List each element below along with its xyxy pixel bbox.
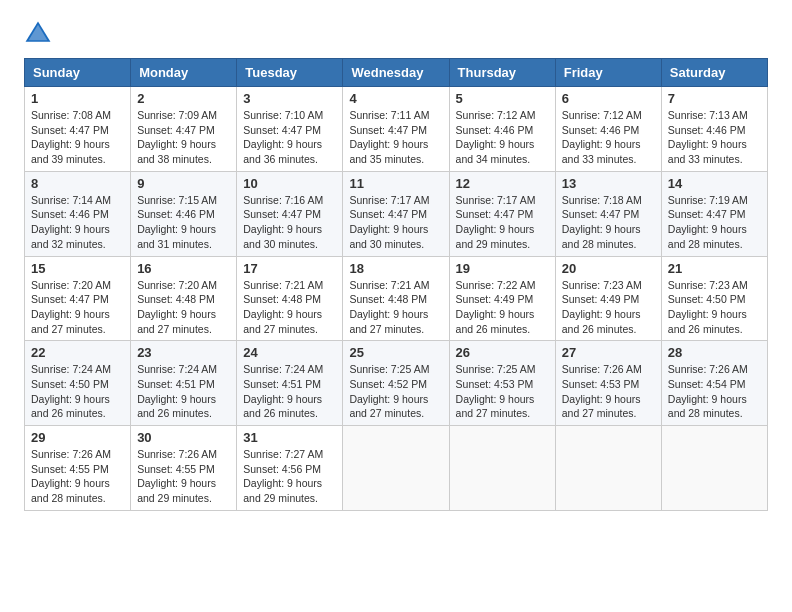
- calendar-day-cell: 19Sunrise: 7:22 AM Sunset: 4:49 PM Dayli…: [449, 256, 555, 341]
- day-info: Sunrise: 7:15 AM Sunset: 4:46 PM Dayligh…: [137, 193, 230, 252]
- calendar-day-cell: 26Sunrise: 7:25 AM Sunset: 4:53 PM Dayli…: [449, 341, 555, 426]
- day-info: Sunrise: 7:21 AM Sunset: 4:48 PM Dayligh…: [243, 278, 336, 337]
- day-info: Sunrise: 7:10 AM Sunset: 4:47 PM Dayligh…: [243, 108, 336, 167]
- day-info: Sunrise: 7:26 AM Sunset: 4:54 PM Dayligh…: [668, 362, 761, 421]
- weekday-header-sunday: Sunday: [25, 59, 131, 87]
- day-number: 4: [349, 91, 442, 106]
- day-info: Sunrise: 7:23 AM Sunset: 4:49 PM Dayligh…: [562, 278, 655, 337]
- calendar-week-row: 22Sunrise: 7:24 AM Sunset: 4:50 PM Dayli…: [25, 341, 768, 426]
- day-info: Sunrise: 7:12 AM Sunset: 4:46 PM Dayligh…: [456, 108, 549, 167]
- calendar-day-cell: 27Sunrise: 7:26 AM Sunset: 4:53 PM Dayli…: [555, 341, 661, 426]
- weekday-header-tuesday: Tuesday: [237, 59, 343, 87]
- calendar-day-cell: 20Sunrise: 7:23 AM Sunset: 4:49 PM Dayli…: [555, 256, 661, 341]
- empty-cell: [449, 426, 555, 511]
- day-info: Sunrise: 7:22 AM Sunset: 4:49 PM Dayligh…: [456, 278, 549, 337]
- calendar-week-row: 15Sunrise: 7:20 AM Sunset: 4:47 PM Dayli…: [25, 256, 768, 341]
- day-info: Sunrise: 7:27 AM Sunset: 4:56 PM Dayligh…: [243, 447, 336, 506]
- day-number: 22: [31, 345, 124, 360]
- day-number: 17: [243, 261, 336, 276]
- day-number: 16: [137, 261, 230, 276]
- day-number: 5: [456, 91, 549, 106]
- calendar-day-cell: 28Sunrise: 7:26 AM Sunset: 4:54 PM Dayli…: [661, 341, 767, 426]
- weekday-header-saturday: Saturday: [661, 59, 767, 87]
- day-info: Sunrise: 7:26 AM Sunset: 4:55 PM Dayligh…: [137, 447, 230, 506]
- day-info: Sunrise: 7:19 AM Sunset: 4:47 PM Dayligh…: [668, 193, 761, 252]
- day-number: 9: [137, 176, 230, 191]
- day-number: 2: [137, 91, 230, 106]
- day-number: 10: [243, 176, 336, 191]
- calendar-day-cell: 17Sunrise: 7:21 AM Sunset: 4:48 PM Dayli…: [237, 256, 343, 341]
- day-info: Sunrise: 7:24 AM Sunset: 4:50 PM Dayligh…: [31, 362, 124, 421]
- day-number: 19: [456, 261, 549, 276]
- calendar-day-cell: 25Sunrise: 7:25 AM Sunset: 4:52 PM Dayli…: [343, 341, 449, 426]
- day-number: 21: [668, 261, 761, 276]
- calendar-day-cell: 18Sunrise: 7:21 AM Sunset: 4:48 PM Dayli…: [343, 256, 449, 341]
- calendar-day-cell: 13Sunrise: 7:18 AM Sunset: 4:47 PM Dayli…: [555, 171, 661, 256]
- calendar-day-cell: 14Sunrise: 7:19 AM Sunset: 4:47 PM Dayli…: [661, 171, 767, 256]
- calendar-day-cell: 11Sunrise: 7:17 AM Sunset: 4:47 PM Dayli…: [343, 171, 449, 256]
- calendar-day-cell: 29Sunrise: 7:26 AM Sunset: 4:55 PM Dayli…: [25, 426, 131, 511]
- day-info: Sunrise: 7:20 AM Sunset: 4:48 PM Dayligh…: [137, 278, 230, 337]
- day-number: 20: [562, 261, 655, 276]
- day-number: 24: [243, 345, 336, 360]
- calendar-week-row: 29Sunrise: 7:26 AM Sunset: 4:55 PM Dayli…: [25, 426, 768, 511]
- day-number: 11: [349, 176, 442, 191]
- day-info: Sunrise: 7:18 AM Sunset: 4:47 PM Dayligh…: [562, 193, 655, 252]
- day-info: Sunrise: 7:20 AM Sunset: 4:47 PM Dayligh…: [31, 278, 124, 337]
- day-info: Sunrise: 7:11 AM Sunset: 4:47 PM Dayligh…: [349, 108, 442, 167]
- day-number: 27: [562, 345, 655, 360]
- day-info: Sunrise: 7:24 AM Sunset: 4:51 PM Dayligh…: [243, 362, 336, 421]
- day-info: Sunrise: 7:17 AM Sunset: 4:47 PM Dayligh…: [349, 193, 442, 252]
- calendar-table: SundayMondayTuesdayWednesdayThursdayFrid…: [24, 58, 768, 511]
- weekday-header-friday: Friday: [555, 59, 661, 87]
- day-info: Sunrise: 7:21 AM Sunset: 4:48 PM Dayligh…: [349, 278, 442, 337]
- day-number: 13: [562, 176, 655, 191]
- calendar-day-cell: 15Sunrise: 7:20 AM Sunset: 4:47 PM Dayli…: [25, 256, 131, 341]
- calendar-header-row: SundayMondayTuesdayWednesdayThursdayFrid…: [25, 59, 768, 87]
- day-number: 18: [349, 261, 442, 276]
- calendar-day-cell: 21Sunrise: 7:23 AM Sunset: 4:50 PM Dayli…: [661, 256, 767, 341]
- calendar-day-cell: 6Sunrise: 7:12 AM Sunset: 4:46 PM Daylig…: [555, 87, 661, 172]
- day-number: 28: [668, 345, 761, 360]
- day-info: Sunrise: 7:25 AM Sunset: 4:53 PM Dayligh…: [456, 362, 549, 421]
- calendar-day-cell: 1Sunrise: 7:08 AM Sunset: 4:47 PM Daylig…: [25, 87, 131, 172]
- day-info: Sunrise: 7:16 AM Sunset: 4:47 PM Dayligh…: [243, 193, 336, 252]
- day-info: Sunrise: 7:14 AM Sunset: 4:46 PM Dayligh…: [31, 193, 124, 252]
- calendar-day-cell: 16Sunrise: 7:20 AM Sunset: 4:48 PM Dayli…: [131, 256, 237, 341]
- day-number: 8: [31, 176, 124, 191]
- page-header: [24, 20, 768, 48]
- calendar-day-cell: 2Sunrise: 7:09 AM Sunset: 4:47 PM Daylig…: [131, 87, 237, 172]
- day-info: Sunrise: 7:09 AM Sunset: 4:47 PM Dayligh…: [137, 108, 230, 167]
- calendar-day-cell: 8Sunrise: 7:14 AM Sunset: 4:46 PM Daylig…: [25, 171, 131, 256]
- calendar-day-cell: 10Sunrise: 7:16 AM Sunset: 4:47 PM Dayli…: [237, 171, 343, 256]
- weekday-header-monday: Monday: [131, 59, 237, 87]
- calendar-day-cell: 5Sunrise: 7:12 AM Sunset: 4:46 PM Daylig…: [449, 87, 555, 172]
- day-number: 15: [31, 261, 124, 276]
- calendar-day-cell: 24Sunrise: 7:24 AM Sunset: 4:51 PM Dayli…: [237, 341, 343, 426]
- day-number: 1: [31, 91, 124, 106]
- calendar-day-cell: 12Sunrise: 7:17 AM Sunset: 4:47 PM Dayli…: [449, 171, 555, 256]
- day-info: Sunrise: 7:24 AM Sunset: 4:51 PM Dayligh…: [137, 362, 230, 421]
- empty-cell: [661, 426, 767, 511]
- empty-cell: [555, 426, 661, 511]
- calendar-day-cell: 3Sunrise: 7:10 AM Sunset: 4:47 PM Daylig…: [237, 87, 343, 172]
- day-info: Sunrise: 7:23 AM Sunset: 4:50 PM Dayligh…: [668, 278, 761, 337]
- day-info: Sunrise: 7:26 AM Sunset: 4:55 PM Dayligh…: [31, 447, 124, 506]
- calendar-day-cell: 7Sunrise: 7:13 AM Sunset: 4:46 PM Daylig…: [661, 87, 767, 172]
- weekday-header-wednesday: Wednesday: [343, 59, 449, 87]
- day-number: 12: [456, 176, 549, 191]
- day-number: 31: [243, 430, 336, 445]
- calendar-day-cell: 22Sunrise: 7:24 AM Sunset: 4:50 PM Dayli…: [25, 341, 131, 426]
- calendar-week-row: 8Sunrise: 7:14 AM Sunset: 4:46 PM Daylig…: [25, 171, 768, 256]
- day-number: 14: [668, 176, 761, 191]
- weekday-header-thursday: Thursday: [449, 59, 555, 87]
- day-info: Sunrise: 7:17 AM Sunset: 4:47 PM Dayligh…: [456, 193, 549, 252]
- day-info: Sunrise: 7:25 AM Sunset: 4:52 PM Dayligh…: [349, 362, 442, 421]
- calendar-day-cell: 31Sunrise: 7:27 AM Sunset: 4:56 PM Dayli…: [237, 426, 343, 511]
- empty-cell: [343, 426, 449, 511]
- calendar-day-cell: 9Sunrise: 7:15 AM Sunset: 4:46 PM Daylig…: [131, 171, 237, 256]
- day-number: 29: [31, 430, 124, 445]
- logo: [24, 20, 56, 48]
- logo-icon: [24, 20, 52, 48]
- day-number: 25: [349, 345, 442, 360]
